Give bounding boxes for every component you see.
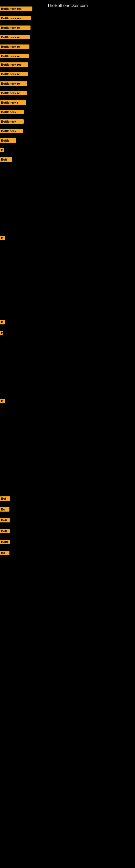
- bottleneck-badge-17: Bott: [0, 157, 12, 162]
- bottleneck-badge-23: Bo: [0, 507, 9, 512]
- bottleneck-badge-5: Bottleneck re: [0, 44, 30, 49]
- bottleneck-badge-12: Bottleneck: [0, 110, 24, 114]
- bottleneck-badge-6: Bottleneck re: [0, 54, 29, 58]
- bottleneck-badge-20: B: [0, 331, 3, 335]
- bottleneck-badge-22: Bot: [0, 496, 10, 501]
- bottleneck-badge-1: Bottleneck res: [0, 6, 32, 11]
- bottleneck-badge-14: Bottleneck: [0, 129, 23, 133]
- bottleneck-badge-8: Bottleneck re: [0, 72, 28, 76]
- bottleneck-badge-9: Bottleneck re: [0, 82, 27, 86]
- bottleneck-badge-16: B: [0, 148, 4, 152]
- bottleneck-badge-10: Bottleneck re: [0, 91, 27, 95]
- bottleneck-badge-21: B: [0, 399, 5, 403]
- bottleneck-badge-3: Bottleneck re: [0, 26, 31, 30]
- bottleneck-badge-15: Bottle: [0, 138, 16, 143]
- bottleneck-badge-18: B: [0, 236, 5, 240]
- bottleneck-badge-13: Bottleneck: [0, 119, 24, 124]
- bottleneck-badge-24: Bott: [0, 518, 10, 522]
- bottleneck-badge-7: Bottleneck res: [0, 62, 28, 67]
- bottleneck-badge-25: Bott: [0, 529, 10, 533]
- bottleneck-badge-4: Bottleneck re: [0, 35, 30, 39]
- bottleneck-badge-2: Bottleneck res: [0, 16, 31, 20]
- bottleneck-badge-11: Bottleneck r: [0, 100, 26, 105]
- bottleneck-badge-27: Bo: [0, 551, 9, 555]
- bottleneck-badge-19: B: [0, 320, 5, 324]
- bottleneck-badge-26: Bottl: [0, 540, 10, 544]
